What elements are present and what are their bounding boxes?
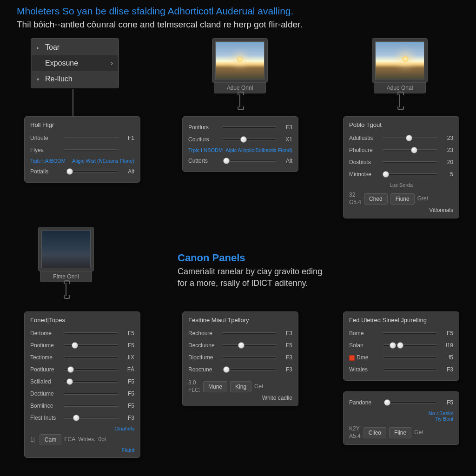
slider-knob[interactable] (66, 168, 73, 175)
slider-track[interactable] (383, 369, 437, 370)
slider-knob[interactable] (73, 415, 79, 421)
slider-row[interactable]: BomeF5 (349, 327, 453, 339)
slider-row[interactable]: Flest InutsF3 (30, 412, 134, 424)
slider-track[interactable] (222, 160, 277, 162)
slider-row[interactable]: PootluureFÁ (30, 364, 134, 376)
slider-label: Wirales (349, 366, 379, 373)
slider-row[interactable]: WiralesF3 (349, 364, 453, 376)
slider-row[interactable]: BomlinceF5 (30, 400, 134, 412)
slider-track[interactable] (64, 137, 119, 139)
slider-knob[interactable] (411, 147, 417, 153)
slider-track[interactable] (64, 417, 119, 419)
nav-item-exposune[interactable]: Exposune › (32, 55, 118, 71)
fiune-button[interactable]: Fiune (390, 193, 415, 205)
slider-row[interactable]: Dmef5 (349, 351, 453, 364)
slider-knob[interactable] (223, 366, 230, 373)
slider-value: 23 (441, 147, 453, 153)
slider-pholloure[interactable]: Pholloure23 (349, 144, 453, 156)
king-button[interactable]: King (230, 381, 251, 392)
link-nobasks[interactable]: No r.Basks Tiy Bonl (349, 410, 453, 422)
slider-track[interactable] (222, 332, 277, 334)
slider-knob[interactable] (406, 135, 412, 141)
slider-track[interactable] (64, 332, 119, 334)
slider-track[interactable] (383, 402, 437, 403)
slider-knob[interactable] (67, 366, 74, 373)
slider-knob[interactable] (397, 342, 403, 349)
slider-pottalls[interactable]: PottallsAlt (30, 165, 134, 178)
slider-row[interactable]: DertomeF5 (30, 327, 134, 339)
slider-value: F3 (280, 330, 292, 337)
slider-knob[interactable] (390, 342, 396, 349)
slider-row[interactable]: DeccluuneF5 (188, 339, 292, 351)
slider-track[interactable] (383, 173, 437, 175)
slider-label: Pnotiume (30, 342, 60, 349)
slider-mirinolse[interactable]: Mirinolse5 (349, 168, 453, 180)
slider-row[interactable]: DioctlumeF3 (188, 351, 292, 364)
slider-track[interactable] (222, 126, 277, 128)
slider-track[interactable] (222, 344, 277, 346)
thumb-frame[interactable] (372, 38, 428, 83)
link-left[interactable]: Trplc I NBODM (188, 147, 223, 153)
slider-row[interactable]: RechoureF3 (188, 327, 292, 339)
link-left[interactable]: Tiplc I:AIBOOM (30, 158, 66, 164)
slider-track[interactable] (64, 344, 119, 346)
slider-coutiurs[interactable]: CoutiursX1 (188, 133, 292, 145)
slider-knob[interactable] (223, 158, 230, 164)
slider-track[interactable] (64, 369, 119, 370)
nav-item-toar[interactable]: ▸ Toar (32, 40, 118, 55)
nav-item-relluch[interactable]: ▾ Re-lluch (32, 71, 118, 87)
slider-track[interactable] (383, 161, 437, 163)
nav-menu: ▸ Toar Exposune › ▾ Re-lluch (31, 38, 119, 88)
link-right[interactable]: Alplc Allnplic:Bolbaotls Flond) (225, 147, 292, 153)
link-row: Trplc I NBODMAlplc Allnplic:Bolbaotls Fl… (188, 147, 292, 153)
slider-track[interactable] (383, 137, 437, 139)
link-right[interactable]: Aligic Wist (NEoams Flone) (72, 158, 134, 164)
ched-button[interactable]: Ched (364, 193, 388, 205)
slider-pontlurs[interactable]: PontlursF3 (188, 121, 292, 133)
slider-track[interactable] (383, 149, 437, 151)
slider-knob[interactable] (240, 136, 247, 143)
slider-label: Pontlurs (188, 124, 218, 131)
slider-track[interactable] (222, 369, 277, 370)
slider-dosbiuts[interactable]: Dosbiuts20 (349, 156, 453, 168)
slider-row[interactable]: TectiomelIX (30, 351, 134, 364)
panel-pandone: PandoneF5 No r.Basks Tiy Bonl K2YA5.4 Cl… (343, 391, 459, 445)
slider-track[interactable] (383, 344, 437, 346)
slider-label: Bome (349, 330, 379, 337)
slider-row[interactable]: PandoneF5 (349, 397, 453, 409)
slider-knob[interactable] (383, 171, 389, 178)
mune-button[interactable]: Mune (203, 381, 227, 392)
slider-knob[interactable] (66, 378, 73, 385)
slider-track[interactable] (383, 332, 437, 334)
slider-urloute[interactable]: UrlouteF1 (30, 132, 134, 144)
slider-knob[interactable] (72, 342, 78, 349)
slider-track[interactable] (64, 149, 119, 151)
link-clnahels[interactable]: Clnahels (30, 426, 134, 431)
thumb-frame[interactable] (38, 227, 94, 271)
slider-row[interactable]: Solanl19 (349, 339, 453, 351)
slider-row[interactable]: PnotiumeF5 (30, 339, 134, 351)
slider-flyes[interactable]: Flyes (30, 144, 134, 156)
thumb-frame[interactable] (212, 38, 268, 83)
slider-track[interactable] (64, 381, 119, 383)
slider-track[interactable] (222, 357, 277, 358)
slider-track[interactable] (64, 393, 119, 395)
slider-knob[interactable] (238, 342, 245, 349)
slider-track[interactable] (64, 171, 119, 172)
slider-label: Scillaled (30, 378, 60, 385)
clieo-button[interactable]: Clieo (364, 427, 386, 438)
slider-track[interactable] (222, 139, 277, 140)
slider-knob[interactable] (384, 399, 390, 406)
slider-label: Pandone (349, 399, 379, 406)
slider-row[interactable]: RooctuneF3 (188, 364, 292, 376)
slider-track[interactable] (383, 357, 437, 358)
slider-track[interactable] (64, 357, 119, 358)
slider-adullustis[interactable]: Adullustis23 (349, 132, 453, 144)
link-flatnt[interactable]: Flatnt (30, 447, 134, 453)
slider-row[interactable]: DectiumeF5 (30, 388, 134, 400)
fline-button[interactable]: Fline (389, 427, 411, 438)
slider-track[interactable] (64, 405, 119, 407)
slider-cutterts[interactable]: CuttertsAlt (188, 155, 292, 167)
cam-button[interactable]: Cam (40, 434, 61, 445)
slider-row[interactable]: ScillaledF5 (30, 376, 134, 388)
